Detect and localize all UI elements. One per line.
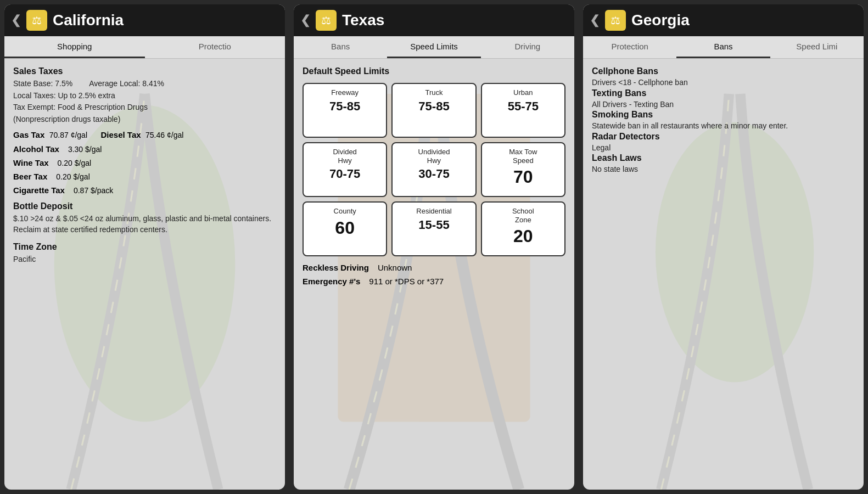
sales-taxes-title: Sales Taxes	[13, 66, 276, 76]
county-number: 60	[335, 219, 355, 237]
texas-panel: ❮ ⚖ Texas Bans Speed Limits Driving Defa…	[294, 4, 574, 490]
texting-ban-detail: All Drivers - Texting Ban	[592, 99, 855, 110]
smoking-ban-title: Smoking Bans	[592, 110, 855, 120]
undivided-number: 30-75	[418, 168, 449, 180]
cig-tax-value: 0.87 $/pack	[74, 186, 113, 195]
tab-speed-limits[interactable]: Speed Limits	[387, 36, 480, 58]
reckless-label: Reckless Driving	[303, 263, 369, 272]
california-content: Sales Taxes State Base: 7.5% Average Loc…	[4, 59, 285, 490]
emergency-value: 911 or *DPS or *377	[369, 277, 444, 286]
ban-leash: Leash Laws No state laws	[592, 153, 855, 175]
radar-ban-detail: Legal	[592, 143, 855, 154]
leash-ban-title: Leash Laws	[592, 153, 855, 163]
smoking-ban-detail: Statewide ban in all restaurants where a…	[592, 121, 855, 132]
maxtow-label: Max TowSpeed	[509, 148, 537, 165]
cellphone-ban-title: Cellphone Bans	[592, 66, 855, 76]
ban-smoking: Smoking Bans Statewide ban in all restau…	[592, 110, 855, 132]
emergency-row: Emergency #'s 911 or *DPS or *377	[303, 277, 565, 286]
speed-card-urban: Urban 55-75	[481, 83, 565, 138]
tab-speed-limi[interactable]: Speed Limi	[770, 36, 864, 58]
speed-card-divided: DividedHwy 70-75	[303, 142, 387, 197]
scale-icon: ⚖	[32, 14, 42, 27]
maxtow-number: 70	[513, 168, 533, 186]
emergency-label: Emergency #'s	[303, 277, 360, 286]
schoolzone-number: 20	[513, 227, 533, 245]
ban-texting: Texting Bans All Drivers - Texting Ban	[592, 88, 855, 110]
alcohol-tax-value: 3.30 $/gal	[68, 145, 102, 154]
state-base: State Base: 7.5%	[13, 78, 72, 89]
tax-exempt: Tax Exempt: Food & Prescription Drugs	[13, 102, 276, 113]
residential-number: 15-55	[418, 219, 449, 231]
local-taxes: Local Taxes: Up to 2.5% extra	[13, 91, 276, 102]
truck-label: Truck	[425, 88, 443, 97]
tab-bans[interactable]: Bans	[294, 36, 387, 58]
gas-tax-value: 70.87 ¢/gal	[49, 131, 87, 139]
speed-card-undivided: UndividedHwy 30-75	[391, 142, 476, 197]
speed-grid: Freeway 75-85 Truck 75-85 Urban 55-75 Di…	[303, 83, 565, 256]
texting-ban-title: Texting Bans	[592, 88, 855, 98]
undivided-label: UndividedHwy	[418, 148, 450, 165]
california-tabs: Shopping Protectio	[4, 36, 285, 59]
divided-number: 70-75	[329, 168, 360, 180]
texas-back-icon[interactable]: ❮	[300, 13, 310, 27]
bottle-deposit-text: $.10 >24 oz & $.05 <24 oz aluminum, glas…	[13, 214, 276, 235]
truck-number: 75-85	[418, 100, 449, 113]
alcohol-tax-row: Alcohol Tax 3.30 $/gal	[13, 144, 276, 154]
wine-tax-row: Wine Tax 0.20 $/gal	[13, 158, 276, 167]
texas-app-icon: ⚖	[316, 10, 337, 31]
georgia-back-icon[interactable]: ❮	[590, 13, 600, 27]
avg-local: Average Local: 8.41%	[89, 78, 164, 89]
urban-label: Urban	[513, 88, 533, 97]
beer-tax-value: 0.20 $/gal	[56, 172, 90, 181]
tab-driving[interactable]: Driving	[481, 36, 574, 58]
beer-tax-row: Beer Tax 0.20 $/gal	[13, 172, 276, 181]
bottle-deposit-title: Bottle Deposit	[13, 201, 276, 211]
cellphone-ban-detail: Drivers <18 - Cellphone ban	[592, 77, 855, 88]
urban-number: 55-75	[508, 100, 539, 113]
tab-shopping[interactable]: Shopping	[4, 36, 145, 58]
tab-protection[interactable]: Protection	[583, 36, 676, 58]
texas-content: Default Speed Limits Freeway 75-85 Truck…	[294, 59, 574, 490]
wine-tax-label: Wine Tax	[13, 158, 49, 167]
leash-ban-detail: No state laws	[592, 164, 855, 175]
radar-ban-title: Radar Detectors	[592, 132, 855, 142]
speed-card-residential: Residential 15-55	[391, 201, 476, 256]
georgia-tabs: Protection Bans Speed Limi	[583, 36, 864, 59]
california-title: California	[53, 12, 124, 29]
beer-tax-label: Beer Tax	[13, 172, 47, 181]
default-speed-title: Default Speed Limits	[303, 66, 565, 76]
tab-protection[interactable]: Protectio	[145, 36, 285, 58]
ban-cellphone: Cellphone Bans Drivers <18 - Cellphone b…	[592, 66, 855, 88]
cig-tax-row: Cigarette Tax 0.87 $/pack	[13, 186, 276, 195]
alcohol-tax-label: Alcohol Tax	[13, 144, 59, 154]
divided-label: DividedHwy	[333, 148, 356, 165]
diesel-tax-value: 75.46 ¢/gal	[145, 131, 183, 139]
speed-card-county: County 60	[303, 201, 387, 256]
georgia-title: Georgia	[631, 12, 690, 29]
tab-bans[interactable]: Bans	[676, 36, 770, 58]
time-zone-value: Pacific	[13, 254, 276, 265]
texas-scale-icon: ⚖	[321, 14, 331, 27]
time-zone-title: Time Zone	[13, 242, 276, 252]
reckless-value: Unknown	[378, 263, 412, 272]
california-header: ❮ ⚖ California	[4, 4, 285, 36]
reckless-row: Reckless Driving Unknown	[303, 263, 565, 272]
ban-radar: Radar Detectors Legal	[592, 132, 855, 154]
california-back-icon[interactable]: ❮	[11, 13, 21, 27]
speed-card-freeway: Freeway 75-85	[303, 83, 387, 138]
georgia-app-icon: ⚖	[605, 10, 626, 31]
georgia-scale-icon: ⚖	[611, 14, 620, 27]
texas-title: Texas	[342, 12, 384, 29]
gas-diesel-row: Gas Tax 70.87 ¢/gal Diesel Tax 75.46 ¢/g…	[13, 130, 276, 140]
residential-label: Residential	[416, 207, 451, 216]
freeway-number: 75-85	[329, 100, 360, 113]
speed-card-maxtow: Max TowSpeed 70	[481, 142, 565, 197]
county-label: County	[334, 207, 356, 216]
speed-card-schoolzone: SchoolZone 20	[481, 201, 565, 256]
freeway-label: Freeway	[331, 88, 359, 97]
cig-tax-label: Cigarette Tax	[13, 186, 65, 195]
georgia-panel: ❮ ⚖ Georgia Protection Bans Speed Limi C…	[583, 4, 864, 490]
georgia-content: Cellphone Bans Drivers <18 - Cellphone b…	[583, 59, 864, 490]
schoolzone-label: SchoolZone	[512, 207, 534, 224]
diesel-tax-label: Diesel Tax	[100, 130, 141, 139]
